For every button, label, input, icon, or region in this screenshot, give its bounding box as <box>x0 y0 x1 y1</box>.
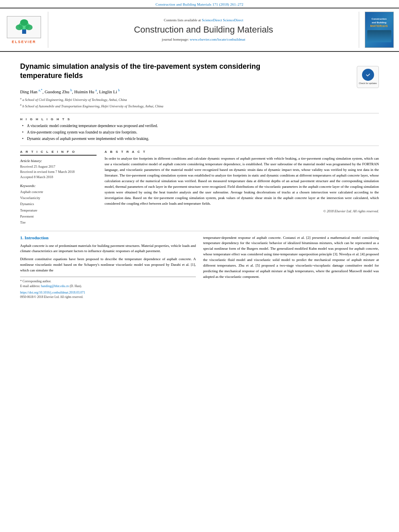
author-guodong-zhu: Guodong Zhu <box>45 89 69 94</box>
abstract-text: In order to analyze tire footprints in d… <box>105 156 379 206</box>
keyword-4: Temperature <box>20 207 97 214</box>
footnote-section: * Corresponding author. E-mail address: … <box>20 277 196 299</box>
journal-cover-area: Construction and Building MATERialS <box>359 12 395 48</box>
abstract-column: A B S T R A C T In order to analyze tire… <box>105 150 379 226</box>
svg-point-5 <box>365 72 371 78</box>
highlights-label: H I G H L I G H T S <box>20 117 379 121</box>
svg-point-2 <box>16 25 23 30</box>
sciencedirect-link-text[interactable]: ScienceDirect <box>223 18 243 22</box>
badge-circle <box>362 69 374 81</box>
highlight-item-1: A viscoelastic model considering tempera… <box>22 123 379 129</box>
accepted-date: Accepted 8 March 2018 <box>20 175 97 180</box>
intro-paragraph-2: Different constitutive equations have be… <box>20 257 196 273</box>
check-icon <box>364 71 372 78</box>
abstract-label: A B S T R A C T <box>105 150 379 154</box>
article-info-column: A R T I C L E I N F O Article history: R… <box>20 150 97 226</box>
doi-link[interactable]: https://doi.org/10.1016/j.conbuildmat.20… <box>20 291 196 294</box>
keyword-2: Viscoelasticity <box>20 195 97 201</box>
intro-heading: 1. Introduction <box>20 235 196 240</box>
article-content: Check for updates Dynamic simulation ana… <box>0 52 399 307</box>
email-link[interactable]: handing@hfut.edu.cn <box>41 284 69 288</box>
homepage-prefix: journal homepage: <box>162 37 189 41</box>
highlight-item-2: A tire-pavement coupling system was foun… <box>22 130 379 135</box>
svg-point-4 <box>20 19 28 26</box>
article-info-abstract-section: A R T I C L E I N F O Article history: R… <box>20 150 379 226</box>
affiliation-b: b b School of Automobile and Transportat… <box>20 103 379 109</box>
keywords-section: Keywords: Asphalt concrete Viscoelastici… <box>20 184 97 226</box>
body-left-column: 1. Introduction Asphalt concrete is one … <box>20 235 196 299</box>
affiliation-a: a a School of Civil Engineering, Hefei U… <box>20 97 379 103</box>
author-huimin-hu-sup: a <box>95 88 97 92</box>
revised-date: Received in revised form 7 March 2018 <box>20 169 97 175</box>
cover-line1: Construction <box>372 18 387 20</box>
intro-paragraph-1: Asphalt concrete is one of predominant m… <box>20 243 196 255</box>
footer-copyright: 0950-0618/© 2018 Elsevier Ltd. All right… <box>20 295 196 299</box>
authors-line: Ding Han a,*, Guodong Zhu b, Huimin Hu a… <box>20 88 379 95</box>
author-ding-han-sup: a,* <box>39 88 43 92</box>
keyword-6: Tire <box>20 220 97 226</box>
contents-prefix: Contents lists available at <box>164 18 201 22</box>
elsevier-logo-area: ELSEVIER <box>4 12 48 48</box>
keywords-label: Keywords: <box>20 184 97 188</box>
body-right-column: temperature-dependent response of asphal… <box>203 235 379 299</box>
elsevier-logo-box <box>7 16 41 38</box>
article-history: Article history: Received 25 August 2017… <box>20 159 97 179</box>
author-huimin-hu: Huimin Hu <box>74 89 95 94</box>
header-center: Contents lists available at ScienceDirec… <box>48 12 359 48</box>
journal-title: Construction and Building Materials <box>134 25 273 35</box>
article-info-label: A R T I C L E I N F O <box>20 150 97 156</box>
cover-materials: MATERialS <box>370 24 388 28</box>
author-ding-han: Ding Han <box>20 89 37 94</box>
title-area: Check for updates Dynamic simulation ana… <box>20 62 379 88</box>
sciencedirect-link[interactable]: ScienceDirect <box>202 18 222 22</box>
history-label: Article history: <box>20 159 97 163</box>
received-date: Received 25 August 2017 <box>20 164 97 169</box>
contents-line: Contents lists available at ScienceDirec… <box>164 18 243 22</box>
footnote-corresponding: * Corresponding author. <box>20 279 196 284</box>
keyword-5: Pavement <box>20 214 97 220</box>
highlights-section: H I G H L I G H T S A viscoelastic model… <box>20 117 379 142</box>
keyword-3: Dynamics <box>20 201 97 207</box>
footnote-email: E-mail address: handing@hfut.edu.cn (D. … <box>20 284 196 289</box>
homepage-line: journal homepage: www.elsevier.com/locat… <box>162 37 245 41</box>
journal-citation-text: Construction and Building Materials 171 … <box>156 2 243 6</box>
badge-label: Check for updates <box>359 82 377 85</box>
separator-2 <box>20 146 379 146</box>
separator-1 <box>20 113 379 113</box>
keyword-1: Asphalt concrete <box>20 189 97 195</box>
journal-cover-image: Construction and Building MATERialS <box>365 12 394 48</box>
author-linglin-li-sup: b <box>118 88 120 92</box>
intro-right-paragraph-1: temperature-dependent response of asphal… <box>203 235 379 280</box>
cover-line2: and Building <box>372 21 386 24</box>
journal-header: ELSEVIER Contents lists available at Sci… <box>0 8 399 52</box>
elsevier-logo-svg <box>8 17 40 37</box>
journal-citation-bar: Construction and Building Materials 171 … <box>0 0 399 8</box>
keywords-list: Asphalt concrete Viscoelasticity Dynamic… <box>20 189 97 226</box>
elsevier-text: ELSEVIER <box>12 40 36 44</box>
separator-3 <box>20 231 379 231</box>
abstract-copyright: © 2018 Elsevier Ltd. All rights reserved… <box>105 209 379 213</box>
body-section: 1. Introduction Asphalt concrete is one … <box>20 235 379 299</box>
author-linglin-li: Linglin Li <box>99 89 117 94</box>
author-guodong-zhu-sup: b <box>70 88 72 92</box>
check-updates-badge: Check for updates <box>357 66 379 88</box>
highlights-list: A viscoelastic model considering tempera… <box>20 123 379 142</box>
highlight-item-3: Dynamic analyses of asphalt pavement wer… <box>22 136 379 142</box>
email-suffix: (D. Han). <box>70 284 82 288</box>
homepage-link[interactable]: www.elsevier.com/locate/conbuildmat <box>190 37 245 41</box>
article-title: Dynamic simulation analysis of the tire-… <box>20 62 261 81</box>
svg-point-3 <box>25 25 33 30</box>
